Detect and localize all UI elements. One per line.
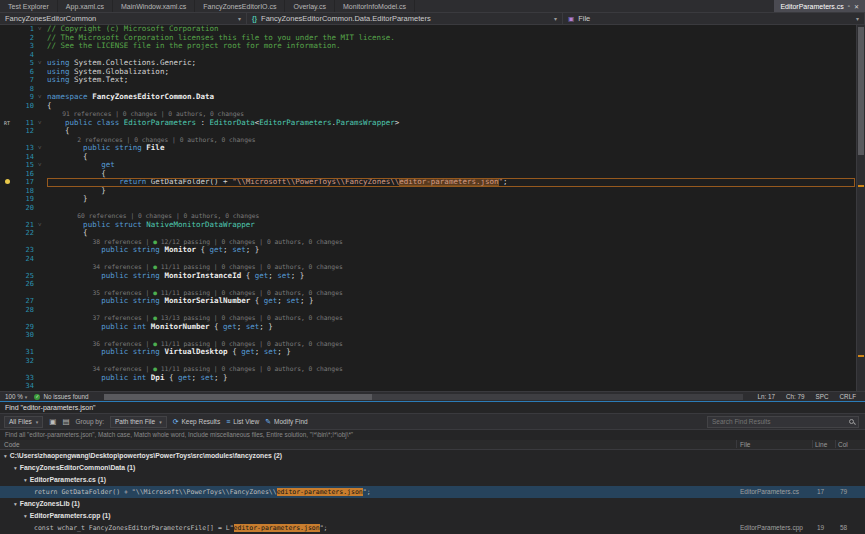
code-line[interactable]: 29 public int MonitorNumber { get; set; … bbox=[0, 323, 865, 332]
document-tab[interactable]: MainWindow.xaml.cs bbox=[113, 0, 195, 12]
codelens-row[interactable]: 34 references | ● 11/11 passing | 0 chan… bbox=[0, 365, 865, 374]
code-line[interactable]: 6using System.Globalization; bbox=[0, 68, 865, 77]
code-line[interactable]: 18 } bbox=[0, 187, 865, 196]
code-line[interactable]: 32 bbox=[0, 357, 865, 366]
codelens-row[interactable]: 91 references | 0 changes | 0 authors, 0… bbox=[0, 110, 865, 119]
glyph-margin[interactable] bbox=[0, 102, 14, 111]
glyph-margin[interactable] bbox=[0, 161, 14, 170]
space-mode[interactable]: SPC bbox=[816, 393, 829, 400]
fold-marker-icon[interactable]: ˅ bbox=[38, 59, 47, 68]
code-line[interactable]: 24 bbox=[0, 255, 865, 264]
glyph-margin[interactable] bbox=[0, 374, 14, 383]
code-line[interactable]: 22 { bbox=[0, 229, 865, 238]
column-file[interactable]: File bbox=[740, 440, 750, 449]
glyph-margin[interactable] bbox=[0, 297, 14, 306]
document-tab[interactable]: App.xaml.cs bbox=[58, 0, 113, 12]
glyph-margin[interactable] bbox=[0, 195, 14, 204]
line-position[interactable]: Ln: 17 bbox=[758, 393, 776, 400]
code-editor[interactable]: 1˅// Copyright (c) Microsoft Corporation… bbox=[0, 25, 865, 391]
select-all-icon[interactable]: ▤ bbox=[62, 417, 69, 426]
find-group-row[interactable]: ▾FancyZonesLib (1) bbox=[0, 498, 865, 510]
glyph-margin[interactable] bbox=[0, 178, 14, 187]
glyph-margin[interactable] bbox=[0, 85, 14, 94]
glyph-margin[interactable] bbox=[0, 340, 14, 349]
code-line[interactable]: 1˅// Copyright (c) Microsoft Corporation bbox=[0, 25, 865, 34]
glyph-margin[interactable] bbox=[0, 357, 14, 366]
scrollbar-thumb[interactable] bbox=[104, 394, 372, 400]
code-line[interactable]: 13˅ public string File bbox=[0, 144, 865, 153]
codelens-row[interactable]: 2 references | 0 changes | 0 authors, 0 … bbox=[0, 136, 865, 145]
fold-marker-icon[interactable]: ˅ bbox=[38, 161, 47, 170]
zoom-control[interactable]: 100 % ▾ bbox=[5, 393, 27, 400]
code-line[interactable]: 23 public string Monitor { get; set; } bbox=[0, 246, 865, 255]
code-line[interactable]: 12 { bbox=[0, 127, 865, 136]
glyph-margin[interactable] bbox=[0, 110, 14, 119]
glyph-margin[interactable] bbox=[0, 170, 14, 179]
modify-find-button[interactable]: ✎ Modify Find bbox=[265, 418, 307, 426]
glyph-margin[interactable] bbox=[0, 68, 14, 77]
glyph-margin[interactable] bbox=[0, 272, 14, 281]
glyph-margin[interactable] bbox=[0, 263, 14, 272]
code-line[interactable]: 16 { bbox=[0, 170, 865, 179]
glyph-margin[interactable] bbox=[0, 221, 14, 230]
glyph-margin[interactable] bbox=[0, 229, 14, 238]
glyph-margin[interactable] bbox=[0, 136, 14, 145]
glyph-margin[interactable] bbox=[0, 144, 14, 153]
project-dropdown[interactable]: FancyZonesEditorCommon ▾ bbox=[0, 13, 247, 24]
glyph-margin[interactable] bbox=[0, 289, 14, 298]
scrollbar-thumb[interactable] bbox=[858, 27, 864, 155]
find-result-row[interactable]: return GetDataFolder() + "\\Microsoft\\P… bbox=[0, 486, 865, 498]
find-group-row[interactable]: ▾EditorParameters.cpp (1) bbox=[0, 510, 865, 522]
keep-results-toggle[interactable]: ⟳ Keep Results bbox=[173, 418, 221, 426]
fold-marker-icon[interactable]: ˅ bbox=[38, 119, 47, 128]
find-group-row[interactable]: ▾FancyZonesEditorCommon\Data (1) bbox=[0, 462, 865, 474]
find-result-row[interactable]: const wchar_t FancyZonesEditorParameters… bbox=[0, 522, 865, 534]
chevron-expanded-icon[interactable]: ▾ bbox=[14, 501, 17, 507]
vertical-scrollbar[interactable] bbox=[856, 25, 865, 391]
code-line[interactable]: 5˅using System.Collections.Generic; bbox=[0, 59, 865, 68]
scope-dropdown[interactable]: All Files ▾ bbox=[4, 416, 43, 428]
glyph-margin[interactable] bbox=[0, 238, 14, 247]
code-line[interactable]: 8 bbox=[0, 85, 865, 94]
glyph-margin[interactable] bbox=[0, 127, 14, 136]
fold-marker-icon[interactable]: ˅ bbox=[38, 93, 47, 102]
glyph-margin[interactable] bbox=[0, 246, 14, 255]
find-group-row[interactable]: ▾EditorParameters.cs (1) bbox=[0, 474, 865, 486]
type-dropdown[interactable]: {} FancyZonesEditorCommon.Data.EditorPar… bbox=[247, 13, 563, 24]
line-ending[interactable]: CRLF bbox=[840, 393, 856, 400]
document-tab[interactable]: FancyZonesEditorIO.cs bbox=[195, 0, 285, 12]
glyph-margin[interactable] bbox=[0, 204, 14, 213]
code-line[interactable]: 19 } bbox=[0, 195, 865, 204]
glyph-margin[interactable] bbox=[0, 25, 14, 34]
code-line[interactable]: 14 { bbox=[0, 153, 865, 162]
code-line[interactable]: 28 bbox=[0, 306, 865, 315]
code-line[interactable]: 4 bbox=[0, 51, 865, 60]
fold-marker-icon[interactable]: ˅ bbox=[38, 25, 47, 34]
pin-icon[interactable]: ▫ bbox=[848, 3, 850, 9]
code-line[interactable]: 9˅namespace FancyZonesEditorCommon.Data bbox=[0, 93, 865, 102]
glyph-margin[interactable] bbox=[0, 76, 14, 85]
codelens-row[interactable]: 34 references | ● 11/11 passing | 0 chan… bbox=[0, 263, 865, 272]
glyph-margin[interactable] bbox=[0, 382, 14, 391]
codelens-row[interactable]: 36 references | ● 11/11 passing | 0 chan… bbox=[0, 340, 865, 349]
codelens-row[interactable]: 60 references | 0 changes | 0 authors, 0… bbox=[0, 212, 865, 221]
column-code[interactable]: Code bbox=[4, 440, 20, 449]
chevron-expanded-icon[interactable]: ▾ bbox=[24, 477, 27, 483]
char-position[interactable]: Ch: 79 bbox=[786, 393, 805, 400]
glyph-margin[interactable] bbox=[0, 212, 14, 221]
code-line[interactable]: 17 return GetDataFolder() + "\\Microsoft… bbox=[0, 178, 865, 187]
glyph-margin[interactable] bbox=[0, 34, 14, 43]
code-line[interactable]: 33 public int Dpi { get; set; } bbox=[0, 374, 865, 383]
group-by-dropdown[interactable]: Path then File ▾ bbox=[110, 416, 167, 428]
glyph-margin[interactable] bbox=[0, 51, 14, 60]
glyph-margin[interactable] bbox=[0, 280, 14, 289]
code-line[interactable]: 31 public string VirtualDesktop { get; s… bbox=[0, 348, 865, 357]
code-line[interactable]: 34 bbox=[0, 382, 865, 391]
search-find-results-box[interactable] bbox=[707, 416, 859, 428]
code-line[interactable]: 2// The Microsoft Corporation licenses t… bbox=[0, 34, 865, 43]
column-line[interactable]: Line bbox=[815, 440, 827, 449]
copy-results-icon[interactable]: ▣ bbox=[49, 417, 56, 426]
document-tab[interactable]: Test Explorer bbox=[0, 0, 58, 12]
glyph-margin[interactable] bbox=[0, 323, 14, 332]
lightbulb-icon[interactable] bbox=[5, 179, 10, 184]
